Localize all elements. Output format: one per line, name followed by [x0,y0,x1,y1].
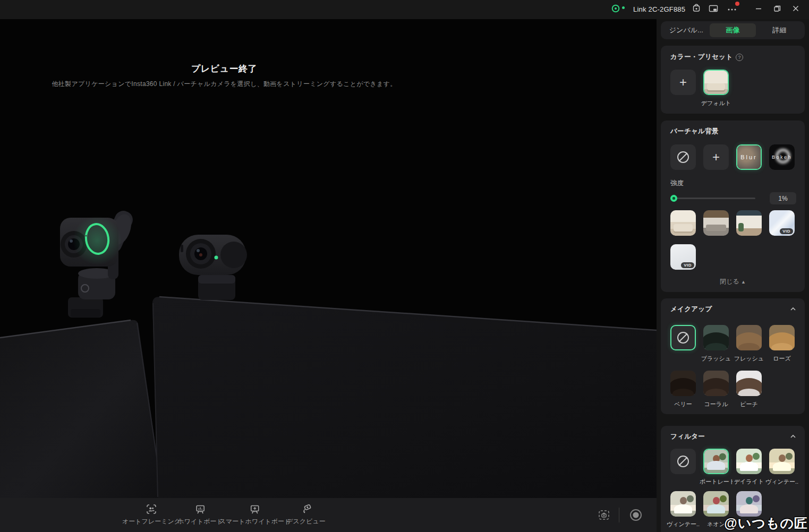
makeup-thumb-blush[interactable] [703,325,729,350]
webcam-product-scene [0,19,657,498]
status-dot [622,6,625,9]
preview-message: プレビュー終了 他社製アプリケーションでInsta360 Link / バーチャ… [12,63,437,89]
makeup-thumb-peach[interactable] [736,371,762,396]
close-button[interactable] [789,2,802,15]
collapse-makeup-icon[interactable] [789,305,797,313]
toolbar-item-autoframing[interactable]: オートフレーミング [122,503,181,526]
strength-value: 1% [770,192,796,204]
filter-label: ヴィンテー... [765,478,798,486]
filter-label: ヴィンテー... [667,520,700,528]
vbg-blur-button[interactable]: Blur [736,144,762,170]
makeup-thumb-fresh[interactable] [736,325,762,350]
whiteboard-icon [194,503,206,515]
vbg-thumb-wave-video[interactable]: VID [769,210,795,236]
filter-thumb-portrait[interactable] [703,449,729,474]
titlebar: Link 2C-2GF885 [0,0,809,19]
smart-whiteboard-icon [249,503,261,515]
toolbar-label: オートフレーミング [122,517,181,526]
preview-title: プレビュー終了 [12,63,437,75]
tab-details[interactable]: 詳細 [756,23,803,37]
screenshot-button[interactable] [597,498,611,532]
makeup-label: フレッシュ [733,355,765,363]
preset-default-thumb[interactable] [703,70,729,95]
makeup-label: ローズ [765,355,798,363]
makeup-thumb-berry[interactable] [670,371,696,396]
none-icon [677,151,689,163]
restore-button[interactable] [771,2,784,15]
gimbal-webcam [60,208,135,318]
vbg-thumb-living-room[interactable] [670,210,696,236]
toolbar-item-whiteboard[interactable]: ホワイトボード [177,503,223,526]
window-title: Link 2C-2GF885 [633,5,685,13]
filter-thumb-daylight[interactable] [736,449,762,474]
makeup-none-button[interactable] [670,325,696,350]
none-icon [677,332,689,344]
collapse-filter-icon[interactable] [789,432,797,441]
vbg-thumb-wood-room[interactable] [703,210,729,236]
add-preset-button[interactable]: + [670,70,696,95]
color-preset-section: カラー・プリセット ? + デフォルト [661,46,805,114]
tab-image[interactable]: 画像 [710,23,756,37]
settings-panel: ジンバル... 画像 詳細 カラー・プリセット ? + デフォルト バーチャル背… [657,19,809,532]
filter-title: フィルター [670,432,705,441]
privacy-mode-icon[interactable] [690,2,703,15]
filter-none-button[interactable] [670,449,696,474]
minimize-button[interactable] [752,2,765,15]
app-window: Link 2C-2GF885 [0,0,809,532]
panel-tabs: ジンバル... 画像 詳細 [661,21,805,39]
strength-label: 強度 [670,179,684,188]
color-preset-title: カラー・プリセット ? [670,53,743,62]
virtual-bg-title: バーチャル背景 [670,127,719,136]
makeup-section: メイクアップ ブラッシュ フレッシュ ローズ ベリー コーラル ピーチ [661,298,805,414]
bottom-toolbar: オートフレーミング ホワイトボード スマートホワイトボード [0,498,657,532]
filter-thumb-vintage2[interactable] [670,491,696,517]
notification-dot [735,2,739,6]
none-icon [677,456,689,467]
bokeh-label: Bokeh [769,144,795,170]
vid-badge: VID [780,228,793,234]
filter-thumb-extra[interactable] [736,491,762,517]
filter-thumb-vintage1[interactable] [769,449,795,474]
slider-knob[interactable] [670,195,677,202]
toolbar-divider [619,508,619,522]
caret-up-icon: ▲ [741,279,746,285]
makeup-label: ピーチ [733,400,765,408]
filter-thumb-neon[interactable] [703,491,729,517]
record-button[interactable] [629,498,643,532]
filter-label: ポートレート [700,478,733,486]
deskview-icon [300,503,312,515]
app-logo-icon [609,2,622,15]
plus-icon: + [670,70,696,95]
fixed-webcam [179,235,247,300]
makeup-thumb-coral[interactable] [703,371,729,396]
makeup-thumb-rose[interactable] [769,325,795,350]
makeup-label: ブラッシュ [700,355,733,363]
makeup-label: ベリー [667,400,700,408]
filter-label: デイライト [733,478,765,486]
toolbar-item-deskview[interactable]: デスクビュー [286,503,325,526]
pip-mode-icon[interactable] [707,2,720,15]
autoframe-icon [146,503,157,515]
help-icon[interactable]: ? [736,54,743,61]
toolbar-item-smart-whiteboard[interactable]: スマートホワイトボード [219,503,291,526]
virtual-bg-section: バーチャル背景 + Blur Bokeh 強度 1% VID VID [661,121,805,292]
collapse-vbg-button[interactable]: 閉じる ▲ [661,277,805,286]
preview-subtitle: 他社製アプリケーションでInsta360 Link / バーチャルカメラを選択し… [12,80,437,89]
tab-gimbal[interactable]: ジンバル... [663,23,710,37]
makeup-label: コーラル [700,400,733,408]
vbg-thumb-white-video[interactable]: VID [670,244,696,270]
blur-label: Blur [737,145,761,169]
camera-preview: プレビュー終了 他社製アプリケーションでInsta360 Link / バーチャ… [0,19,657,498]
vbg-thumb-cafe[interactable] [736,210,762,236]
watermark-text: @いつもの匠 [724,514,808,532]
vbg-add-button[interactable]: + [703,144,729,170]
slider-track[interactable] [670,198,755,199]
vid-badge: VID [681,262,694,268]
toolbar-label: デスクビュー [286,517,325,526]
strength-slider[interactable] [670,192,784,205]
makeup-title: メイクアップ [670,305,712,314]
vbg-none-button[interactable] [670,144,696,170]
toolbar-label: ホワイトボード [177,517,223,526]
vbg-bokeh-button[interactable]: Bokeh [769,144,795,170]
preset-default-label: デフォルト [700,99,733,107]
